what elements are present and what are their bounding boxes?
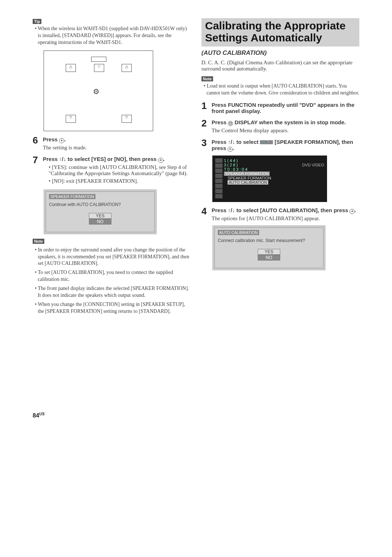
section-subtitle: (AUTO CALIBRATION)	[201, 49, 359, 57]
section-title: Calibrating the Appropriate Settings Aut…	[205, 20, 356, 44]
step7-no-bullet: [NO]: exit [SPEAKER FORMATION].	[49, 178, 191, 184]
note-badge: Note	[201, 76, 213, 81]
step4-sub: The options for [AUTO CALIBRATION] appea…	[212, 215, 359, 222]
step-number-1: 1	[201, 100, 212, 112]
step-number-7: 7	[33, 154, 43, 166]
step-number-4: 4	[201, 206, 212, 217]
enter-icon: +	[350, 209, 355, 214]
speaker-layout-diagram: △ □ △ ⚙ ▽ ▽	[44, 51, 153, 131]
osd-speaker-formation: SPEAKER FORMATION Continue with AUTO CAL…	[44, 189, 157, 234]
right-note-text: • Loud test sound is output when [AUTO C…	[201, 83, 359, 97]
osd-no-option: NO	[89, 219, 111, 225]
enter-icon: +	[59, 138, 64, 143]
tip-text: • When the wireless kit WAHT-SD1 (suppli…	[33, 25, 191, 46]
step7-yes-bullet: [YES]: continue with [AUTO CALIBRATION],…	[49, 164, 191, 177]
osd-no-option: NO	[258, 255, 280, 261]
speaker-formation-icon: 🔊	[260, 140, 273, 144]
osd-yes-option: YES	[89, 213, 111, 219]
step6-sub: The setting is made.	[43, 145, 191, 151]
step6-heading: Press +.	[43, 136, 191, 143]
intro-text: D. C. A. C. (Digital Cinema Auto Calibra…	[201, 60, 359, 72]
step-number-6: 6	[33, 135, 43, 146]
tip-badge: Tip	[33, 19, 41, 24]
step2-heading: Press ⊡ DISPLAY when the system is in st…	[212, 119, 359, 126]
control-menu-display: 1 ( 4 4 ) 3 ( 2 8 ) DVD VIDEO T 0 : 0 3 …	[212, 156, 327, 202]
section-title-box: Calibrating the Appropriate Settings Aut…	[201, 18, 359, 47]
step-number-3: 3	[201, 137, 212, 149]
enter-icon: +	[228, 147, 233, 152]
step3-heading: Press ↑/↓ to select 🔊 [SPEAKER FORMATION…	[212, 139, 359, 152]
osd-auto-calibration: AUTO CALIBRATION Connect calibration mic…	[212, 225, 326, 270]
note-badge: Note	[33, 239, 44, 244]
enter-icon: +	[158, 158, 163, 163]
step2-sub: The Control Menu display appears.	[212, 128, 359, 134]
step7-heading: Press ↑/↓ to select [YES] or [NO], then …	[43, 156, 191, 163]
step1-heading: Press FUNCTION repeatedly until "DVD" ap…	[212, 102, 359, 114]
display-icon: ⊡	[228, 121, 233, 126]
left-notes: In order to enjoy the surround sound aft…	[33, 247, 191, 315]
step4-heading: Press ↑/↓ to select [AUTO CALIBRATION], …	[212, 207, 359, 214]
page-number: 84US	[33, 412, 359, 419]
osd-yes-option: YES	[258, 249, 280, 255]
step-number-2: 2	[201, 118, 212, 129]
